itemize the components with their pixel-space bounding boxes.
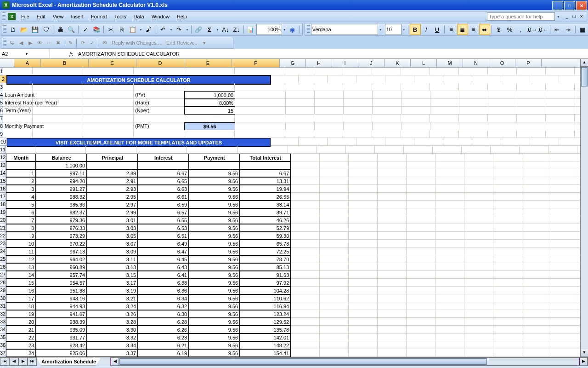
toolbar-options-icon[interactable]: ▾	[200, 38, 209, 47]
data-cell[interactable]: 991.27	[36, 185, 87, 193]
data-cell[interactable]: 3.24	[87, 302, 138, 310]
row-header[interactable]: 2	[0, 75, 7, 83]
data-cell[interactable]: 938.39	[36, 318, 87, 326]
data-cell[interactable]: 6.47	[138, 247, 189, 255]
data-cell[interactable]: 23	[6, 341, 36, 349]
scroll-thumb[interactable]	[119, 358, 487, 365]
data-cell[interactable]: 3.09	[87, 247, 138, 255]
scroll-up-icon[interactable]: ▲	[581, 59, 588, 67]
col-header-F[interactable]: F	[232, 59, 280, 67]
toolbar-handle-icon[interactable]	[3, 25, 6, 34]
col-header-N[interactable]: N	[463, 59, 489, 67]
font-name-dropdown-icon[interactable]: ▼	[378, 28, 383, 31]
data-cell[interactable]: 6.43	[138, 263, 189, 271]
underline-button[interactable]: U	[432, 24, 443, 35]
row-header[interactable]: 25	[0, 255, 6, 263]
data-cell[interactable]: 17	[6, 294, 36, 302]
data-cell[interactable]: 944.93	[36, 302, 87, 310]
data-cell[interactable]: 3.01	[87, 216, 138, 224]
open-button[interactable]: 📂	[18, 24, 29, 35]
row-header[interactable]: 29	[0, 287, 6, 294]
data-cell[interactable]: 142.01	[240, 334, 291, 341]
data-cell[interactable]: 72.25	[240, 247, 291, 255]
data-cell[interactable]: 960.89	[36, 263, 87, 271]
data-cell[interactable]: 2.91	[87, 177, 138, 185]
data-cell[interactable]: 9.56	[189, 224, 240, 232]
data-cell[interactable]: 24	[6, 349, 36, 357]
data-cell[interactable]: 46.26	[240, 216, 291, 224]
row-header[interactable]: 27	[0, 271, 6, 279]
data-cell[interactable]: 3.03	[87, 224, 138, 232]
autosum-button[interactable]: Σ	[204, 24, 215, 35]
data-cell[interactable]: 15	[6, 279, 36, 287]
scroll-thumb[interactable]	[581, 67, 588, 86]
data-cell[interactable]: 6	[6, 208, 36, 216]
sheet-tab[interactable]: Amortization Schedule	[36, 358, 101, 366]
new-comment-button[interactable]: 🗨	[7, 38, 17, 47]
data-cell[interactable]: 3.26	[87, 310, 138, 318]
data-cell[interactable]: 3.05	[87, 232, 138, 240]
doc-logo-icon[interactable]: X	[8, 13, 16, 20]
data-cell[interactable]: 3.15	[87, 271, 138, 279]
toolbar-handle-icon[interactable]	[2, 12, 6, 21]
row-header[interactable]: 30	[0, 294, 6, 302]
row-header[interactable]: 31	[0, 302, 6, 310]
row-header[interactable]: 26	[0, 263, 6, 271]
zoom-dropdown-icon[interactable]: ▼	[282, 28, 287, 31]
row-header[interactable]: 1	[0, 68, 3, 75]
data-cell[interactable]: 4	[6, 193, 36, 201]
data-cell[interactable]: 22	[6, 334, 36, 341]
permission-button[interactable]: 🛡	[40, 24, 51, 35]
save-button[interactable]: 💾	[29, 24, 40, 35]
data-cell[interactable]: 970.22	[36, 240, 87, 247]
data-cell[interactable]: 9.56	[189, 169, 240, 177]
data-cell[interactable]: 2	[6, 177, 36, 185]
copy-button[interactable]: ⎘	[116, 24, 127, 35]
data-cell[interactable]: 2.89	[87, 169, 138, 177]
data-cell[interactable]: 154.41	[240, 349, 291, 357]
menu-insert[interactable]: Insert	[67, 12, 87, 21]
data-cell[interactable]: 9.56	[189, 271, 240, 279]
data-cell[interactable]: 3	[6, 185, 36, 193]
data-cell[interactable]: 6.32	[138, 302, 189, 310]
data-cell[interactable]: 982.37	[36, 208, 87, 216]
row-header[interactable]: 21	[0, 224, 6, 232]
row-header[interactable]: 35	[0, 334, 6, 341]
row-header[interactable]: 13	[0, 161, 6, 169]
data-cell[interactable]: 85.13	[240, 263, 291, 271]
data-cell[interactable]: 78.70	[240, 255, 291, 263]
paste-button[interactable]: 📋	[127, 24, 138, 35]
data-cell[interactable]: 9.56	[189, 208, 240, 216]
data-cell[interactable]: 116.94	[240, 302, 291, 310]
col-header-D[interactable]: D	[136, 59, 184, 67]
autosum-dropdown-icon[interactable]: ▼	[215, 28, 220, 31]
row-header[interactable]: 33	[0, 318, 6, 326]
data-cell[interactable]: 9.56	[189, 247, 240, 255]
accept-button[interactable]: ✓	[87, 38, 96, 47]
data-cell[interactable]: 967.13	[36, 247, 87, 255]
align-center-button[interactable]: ≣	[457, 24, 468, 35]
data-cell[interactable]: 6.34	[138, 294, 189, 302]
data-cell[interactable]: 957.74	[36, 271, 87, 279]
data-cell[interactable]: 97.92	[240, 279, 291, 287]
data-cell[interactable]: 9.56	[189, 349, 240, 357]
row-header[interactable]: 23	[0, 240, 6, 247]
show-comment-button[interactable]: 👁	[35, 38, 44, 47]
data-cell[interactable]: 6.49	[138, 240, 189, 247]
menu-tools[interactable]: Tools	[111, 12, 130, 21]
delete-comment-button[interactable]: ✖	[53, 38, 62, 47]
row-header[interactable]: 37	[0, 349, 6, 357]
font-name-combo[interactable]	[311, 24, 378, 35]
data-cell[interactable]: 9.56	[189, 318, 240, 326]
data-cell[interactable]: 3.17	[87, 279, 138, 287]
worksheet-grid[interactable]: ABCDEFGHIJKLMNOP 12AMORTIZATION SCHEDULE…	[0, 59, 588, 357]
data-cell[interactable]: 9.56	[189, 201, 240, 208]
data-cell[interactable]: 9.56	[189, 287, 240, 294]
row-header[interactable]: 8	[0, 122, 3, 130]
data-cell[interactable]: 6.67	[138, 169, 189, 177]
row-header[interactable]: 5	[0, 99, 3, 107]
paste-dropdown-icon[interactable]: ▼	[138, 28, 143, 31]
col-header-B[interactable]: B	[41, 59, 89, 67]
data-cell[interactable]: 2.99	[87, 208, 138, 216]
data-cell[interactable]: 13.31	[240, 177, 291, 185]
